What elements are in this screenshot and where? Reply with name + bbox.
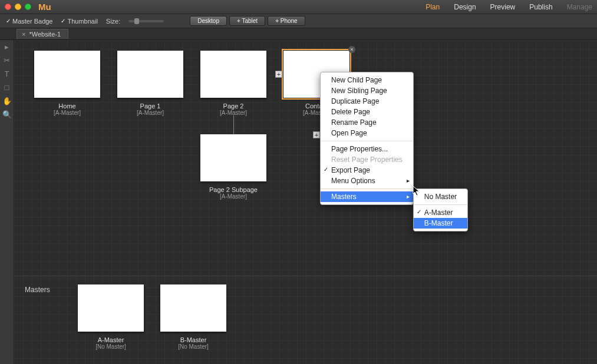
- master-thumb-a[interactable]: A-Master [No Master]: [78, 284, 144, 350]
- ctx-menu-options[interactable]: Menu Options ▸: [321, 176, 413, 186]
- ctx-reset-properties: Reset Page Properties: [321, 154, 413, 165]
- document-tab[interactable]: × *Website-1: [17, 29, 68, 39]
- app-name: Mu: [38, 2, 51, 12]
- master-master: [No Master]: [160, 343, 226, 350]
- add-sibling-left-icon[interactable]: +: [275, 71, 282, 78]
- ctx-delete[interactable]: Delete Page: [321, 107, 413, 117]
- check-icon: ✓: [324, 166, 328, 173]
- page-label: Home: [34, 102, 100, 110]
- master-master: [No Master]: [78, 343, 144, 350]
- document-tab-title: *Website-1: [29, 31, 61, 38]
- page-context-menu: New Child Page New Sibling Page Duplicat…: [320, 72, 414, 205]
- ctx-export[interactable]: ✓ Export Page: [321, 165, 413, 176]
- page-label: Page 2: [200, 102, 266, 110]
- ctx-properties[interactable]: Page Properties...: [321, 144, 413, 154]
- page-label: Page 2 Subpage: [200, 186, 266, 193]
- size-label: Size:: [106, 18, 120, 25]
- ctx-duplicate[interactable]: Duplicate Page: [321, 96, 413, 107]
- submenu-arrow-icon: ▸: [407, 177, 410, 184]
- mode-manage: Manage: [567, 3, 592, 11]
- check-icon: ✓: [6, 18, 11, 24]
- rectangle-tool-icon[interactable]: □: [5, 83, 9, 92]
- menu-separator: [321, 188, 413, 189]
- ctx-masters-label: Masters: [331, 193, 357, 201]
- master-label: B-Master: [160, 336, 226, 343]
- crop-tool-icon[interactable]: ✂: [4, 56, 10, 65]
- ctx-export-label: Export Page: [331, 166, 370, 174]
- page-master: [A-Master]: [34, 110, 100, 116]
- thumbnail[interactable]: [34, 51, 100, 98]
- thumbnail[interactable]: [200, 134, 266, 181]
- master-badge-toggle[interactable]: ✓ Master Badge: [6, 18, 52, 25]
- text-tool-icon[interactable]: T: [5, 70, 9, 78]
- hand-tool-icon[interactable]: ✋: [2, 97, 12, 105]
- ctx-rename[interactable]: Rename Page: [321, 117, 413, 128]
- masters-panel: Masters A-Master [No Master] B-Master [N…: [14, 276, 597, 358]
- delete-page-icon[interactable]: ×: [348, 46, 355, 53]
- menu-separator: [321, 141, 413, 141]
- thumbnail[interactable]: [160, 284, 226, 332]
- thumbnail-label: Thumbnail: [67, 18, 97, 25]
- page-master: [A-Master]: [200, 193, 266, 200]
- device-buttons: Desktop + Tablet + Phone: [190, 16, 305, 26]
- document-tab-bar: × *Website-1: [0, 28, 597, 40]
- page-thumb-page2[interactable]: Page 2 [A-Master]: [200, 51, 266, 116]
- page-label: Page 1: [117, 102, 183, 110]
- master-label: A-Master: [78, 336, 144, 343]
- page-thumb-subpage[interactable]: Page 2 Subpage [A-Master]: [200, 134, 266, 200]
- submenu-arrow-icon: ▸: [407, 193, 410, 200]
- master-badge-label: Master Badge: [12, 18, 52, 25]
- page-master: [A-Master]: [117, 110, 183, 116]
- ctx-open[interactable]: Open Page: [321, 128, 413, 138]
- masters-title: Masters: [25, 286, 50, 294]
- mode-design[interactable]: Design: [454, 3, 476, 11]
- ctx-menu-options-label: Menu Options: [331, 177, 375, 185]
- plan-canvas[interactable]: Home [A-Master] Page 1 [A-Master] Page 2…: [14, 40, 597, 364]
- zoom-tool-icon[interactable]: 🔍: [2, 110, 12, 119]
- tool-strip: ▸ ✂ T □ ✋ 🔍: [0, 40, 14, 364]
- close-window-button[interactable]: [5, 4, 11, 10]
- phone-button[interactable]: + Phone: [268, 16, 305, 26]
- page-thumb-page1[interactable]: Page 1 [A-Master]: [117, 51, 183, 116]
- ctx-masters[interactable]: Masters ▸ No Master ✓ A-Master B-Master: [321, 191, 413, 202]
- minimize-window-button[interactable]: [15, 4, 21, 10]
- thumbnail[interactable]: [117, 51, 183, 98]
- masters-a-label: A-Master: [424, 209, 453, 217]
- connector-line: [233, 115, 234, 134]
- masters-a[interactable]: ✓ A-Master: [414, 207, 467, 218]
- title-bar: Mu Plan Design Preview Publish Manage: [0, 0, 597, 14]
- mode-preview[interactable]: Preview: [490, 3, 516, 11]
- window-controls: [5, 4, 31, 10]
- thumbnail[interactable]: [200, 51, 266, 98]
- desktop-button[interactable]: Desktop: [190, 16, 227, 26]
- tablet-button[interactable]: + Tablet: [229, 16, 265, 26]
- mode-plan[interactable]: Plan: [426, 3, 440, 11]
- masters-submenu: No Master ✓ A-Master B-Master: [413, 188, 468, 231]
- masters-none[interactable]: No Master: [414, 191, 467, 202]
- mode-tabs: Plan Design Preview Publish Manage: [426, 3, 592, 11]
- ctx-new-child[interactable]: New Child Page: [321, 75, 413, 85]
- zoom-window-button[interactable]: [25, 4, 31, 10]
- ctx-new-sibling[interactable]: New Sibling Page: [321, 85, 413, 96]
- masters-b-label: B-Master: [424, 219, 453, 227]
- masters-b[interactable]: B-Master: [414, 218, 467, 229]
- thumbnail[interactable]: [78, 284, 144, 332]
- page-thumb-home[interactable]: Home [A-Master]: [34, 51, 100, 116]
- selection-tool-icon[interactable]: ▸: [5, 42, 9, 51]
- check-icon: ✓: [61, 18, 65, 24]
- close-tab-icon[interactable]: ×: [22, 31, 25, 38]
- master-thumb-b[interactable]: B-Master [No Master]: [160, 284, 226, 350]
- size-slider[interactable]: [128, 20, 164, 22]
- menu-separator: [414, 204, 467, 205]
- check-icon: ✓: [417, 209, 421, 215]
- add-child-icon[interactable]: +: [313, 131, 320, 138]
- options-bar: ✓ Master Badge ✓ Thumbnail Size: Desktop…: [0, 14, 597, 28]
- mode-publish[interactable]: Publish: [529, 3, 552, 11]
- size-slider-knob[interactable]: [134, 18, 139, 24]
- thumbnail-toggle[interactable]: ✓ Thumbnail: [61, 18, 97, 25]
